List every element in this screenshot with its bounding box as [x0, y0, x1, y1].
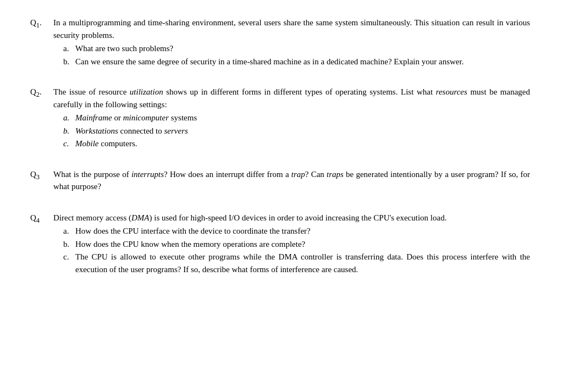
question-2-item-c-text: Mobile computers. — [75, 137, 530, 150]
question-2-item-c-label: c. — [63, 137, 75, 150]
question-1-content: In a multiprogramming and time-sharing e… — [53, 16, 530, 68]
question-2-subitems: a. Mainframe or minicomputer systems b. … — [63, 112, 530, 150]
question-4-intro: Direct memory access (DMA) is used for h… — [53, 212, 530, 224]
question-2-item-b-text: Workstations connected to servers — [75, 125, 530, 137]
question-4-item-b-label: b. — [63, 238, 75, 251]
question-1-intro: In a multiprogramming and time-sharing e… — [53, 16, 530, 41]
question-2-item-b-label: b. — [63, 125, 75, 137]
question-3: Q3 What is the purpose of interrupts? Ho… — [30, 168, 530, 194]
question-1-item-b-text: Can we ensure the same degree of securit… — [75, 56, 530, 68]
question-1-item-a: a. What are two such problems? — [63, 42, 530, 55]
question-4-item-c-text: The CPU is allowed to execute other prog… — [75, 251, 530, 275]
question-3-content: What is the purpose of interrupts? How d… — [53, 168, 530, 194]
question-4-item-c: c. The CPU is allowed to execute other p… — [63, 251, 530, 275]
question-2-item-a: a. Mainframe or minicomputer systems — [63, 112, 530, 124]
question-4-subitems: a. How does the CPU interface with the d… — [63, 225, 530, 275]
question-3-label: Q3 — [30, 168, 53, 183]
question-2-item-a-label: a. — [63, 112, 75, 124]
question-4-label: Q4 — [30, 212, 53, 226]
question-1-item-b: b. Can we ensure the same degree of secu… — [63, 56, 530, 68]
question-4-item-a-text: How does the CPU interface with the devi… — [75, 225, 530, 238]
question-2-intro: The issue of resource utilization shows … — [53, 86, 530, 111]
question-1-item-a-text: What are two such problems? — [75, 42, 530, 55]
question-4-item-a-label: a. — [63, 225, 75, 238]
question-2-content: The issue of resource utilization shows … — [53, 86, 530, 151]
question-1-item-a-label: a. — [63, 42, 75, 55]
question-2-item-b: b. Workstations connected to servers — [63, 125, 530, 137]
question-2-label: Q2. — [30, 86, 53, 100]
question-4-item-c-label: c. — [63, 251, 75, 263]
question-4-item-b: b. How does the CPU know when the memory… — [63, 238, 530, 251]
question-3-intro: What is the purpose of interrupts? How d… — [53, 168, 530, 193]
question-1-item-b-label: b. — [63, 56, 75, 68]
question-4-item-b-text: How does the CPU know when the memory op… — [75, 238, 530, 251]
question-1-label: Q1. — [30, 16, 53, 31]
question-4-item-a: a. How does the CPU interface with the d… — [63, 225, 530, 238]
question-1: Q1. In a multiprogramming and time-shari… — [30, 16, 530, 68]
question-4: Q4 Direct memory access (DMA) is used fo… — [30, 212, 530, 277]
question-2: Q2. The issue of resource utilization sh… — [30, 86, 530, 151]
question-4-content: Direct memory access (DMA) is used for h… — [53, 212, 530, 277]
question-2-item-c: c. Mobile computers. — [63, 137, 530, 150]
question-2-item-a-text: Mainframe or minicomputer systems — [75, 112, 530, 124]
question-1-subitems: a. What are two such problems? b. Can we… — [63, 42, 530, 68]
